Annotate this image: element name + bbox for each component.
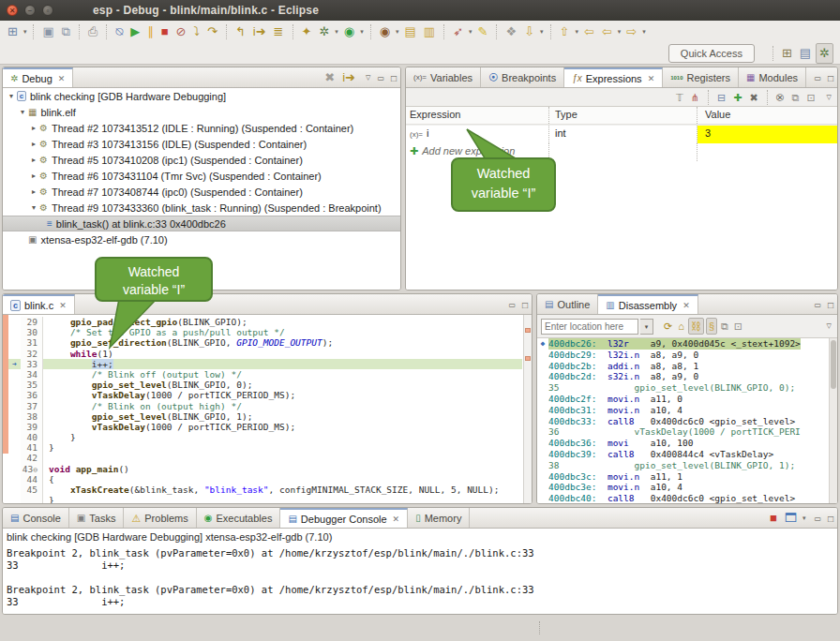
disasm-source-line[interactable]: 35 gpio_set_level(BLINK_GPIO, 0); (537, 382, 837, 394)
disassembly-listing[interactable]: 400dbc26: l32r a9, 0x400d045c <_stext+10… (537, 338, 837, 503)
maximize-view-icon[interactable]: □ (828, 300, 833, 310)
overview-marker[interactable] (525, 328, 531, 333)
cpp-perspective-icon[interactable]: ▤ (797, 44, 814, 63)
suspend-icon[interactable]: ∥ (144, 22, 157, 41)
view-menu-icon[interactable]: ▽ (827, 322, 832, 330)
debug-icon[interactable]: ✲ (316, 22, 332, 41)
disasm-line[interactable]: 400dbc3e: movi.n a10, 4 (537, 482, 837, 493)
tab-memory[interactable]: ▯Memory (408, 508, 470, 528)
resume-icon[interactable]: ▶ (128, 22, 142, 41)
breakpoint-gutter[interactable] (8, 401, 21, 411)
new-view-icon[interactable]: ⧉ (719, 319, 730, 334)
open-perspective-icon[interactable]: ⊞ (779, 44, 795, 63)
breakpoint-gutter[interactable] (8, 495, 21, 503)
column-expression[interactable]: Expression (406, 107, 549, 124)
quick-access-button[interactable]: Quick Access (668, 44, 755, 63)
go-home-icon[interactable]: ⌂ (676, 319, 686, 334)
forward-icon[interactable]: ⇨ (623, 22, 639, 41)
new-view-icon[interactable]: ⧉ (789, 90, 802, 105)
column-type[interactable]: Type (549, 107, 698, 124)
breakpoint-gutter[interactable] (8, 453, 21, 463)
last-edit-location-icon[interactable]: ⇦ (581, 22, 597, 41)
tree-row[interactable]: ▾cblink checking [GDB Hardware Debugging… (3, 88, 400, 104)
step-into-icon[interactable]: ⤵ (191, 22, 203, 41)
step-return-icon[interactable]: ↰ (232, 22, 248, 41)
instruction-stepping-toggle-icon[interactable]: i➜ (339, 68, 358, 87)
tab-registers[interactable]: 1010Registers (663, 67, 739, 87)
show-type-names-icon[interactable]: 𝕋 (673, 90, 686, 105)
breakpoint-gutter[interactable] (8, 337, 21, 348)
open-task-icon[interactable]: ▤ (402, 22, 419, 41)
code-line[interactable]: 43void app_main() (8, 464, 522, 474)
external-tools-icon[interactable]: ➶ (450, 22, 466, 41)
tab-disassembly[interactable]: ▥Disassembly✕ (598, 294, 698, 314)
display-selected-console-dropdown-icon[interactable]: ▾ (801, 514, 808, 522)
minimize-view-icon[interactable]: ▭ (508, 301, 516, 309)
code-line[interactable]: 35 gpio_set_level(BLINK_GPIO, 0); (8, 380, 522, 390)
tab-console[interactable]: ▤Console (3, 508, 69, 528)
breakpoint-gutter[interactable] (8, 474, 21, 484)
profile-dropdown-icon[interactable]: ▾ (394, 28, 401, 36)
code-line[interactable]: 31 gpio_set_direction(BLINK_GPIO, GPIO_M… (8, 337, 522, 348)
close-tab-icon[interactable]: ✕ (393, 514, 400, 524)
code-line[interactable]: 29 gpio_pad_select_gpio(BLINK_GPIO); (8, 317, 522, 327)
disasm-line[interactable]: 400dbc31: movi.n a10, 4 (537, 405, 837, 416)
code-line[interactable]: 42 (8, 453, 522, 463)
print-icon[interactable]: ⎙ (85, 22, 100, 41)
annotations-icon[interactable]: ❖ (502, 22, 519, 41)
tab-variables[interactable]: (x)=Variables (406, 67, 481, 87)
disasm-line[interactable]: 400dbc3c: movi.n a11, 1 (537, 471, 837, 483)
tab-outline[interactable]: ▤Outline (537, 294, 598, 314)
external-tools-dropdown-icon[interactable]: ▾ (467, 28, 474, 36)
show-logical-structure-icon[interactable]: ⋔ (688, 90, 702, 105)
disasm-line[interactable]: 400dbc33: call8 0x400dc6c0 <gpio_set_lev… (537, 416, 837, 427)
tree-row[interactable]: ▸⚙Thread #6 1073431104 (Tmr Svc) (Suspen… (3, 168, 400, 184)
overview-marker[interactable] (525, 356, 531, 361)
disasm-source-line[interactable]: 38 gpio_set_level(BLINK_GPIO, 1); (537, 460, 837, 471)
instruction-pointer-icon[interactable] (8, 359, 21, 369)
next-annotation-dropdown-icon[interactable]: ▾ (538, 28, 546, 36)
code-line[interactable]: 30 /* Set the GPIO as a push/pull output… (8, 327, 522, 337)
close-tab-icon[interactable]: ✕ (682, 301, 690, 310)
disassembly-scrollbar[interactable] (829, 338, 837, 503)
disasm-line[interactable]: 400dbc2b: addi.n a8, a8, 1 (537, 361, 837, 372)
disasm-line[interactable]: 400dbc36: movi a10, 100 (537, 438, 837, 449)
tab-executables[interactable]: ◉Executables (197, 508, 281, 528)
breakpoint-gutter[interactable] (8, 317, 21, 327)
tree-row[interactable]: ▸⚙Thread #5 1073410208 (ipc1) (Suspended… (3, 152, 400, 168)
show-source-icon[interactable]: § (706, 318, 717, 335)
tree-row[interactable]: ▣xtensa-esp32-elf-gdb (7.10) (3, 231, 400, 247)
disasm-line[interactable]: 400dbc40: call8 0x400dc6c0 <gpio_set_lev… (537, 493, 837, 503)
sync-with-stack-frame-icon[interactable]: ⛓ (688, 318, 704, 335)
debugger-console-output[interactable]: blink checking [GDB Hardware Debugging] … (3, 529, 837, 614)
previous-annotation-icon[interactable]: ⇧ (557, 22, 573, 41)
breakpoint-gutter[interactable] (8, 432, 21, 442)
minimize-view-icon[interactable]: ▭ (814, 514, 821, 523)
maximize-view-icon[interactable]: □ (391, 73, 397, 83)
current-debug-line[interactable]: 33 i++; (8, 359, 522, 369)
disasm-source-line[interactable]: 36 vTaskDelay(1000 / portTICK_PERI (537, 426, 837, 438)
disasm-line[interactable]: 400dbc39: call8 0x400844c4 <vTaskDelay> (537, 449, 837, 460)
disconnect-icon[interactable]: ⊘ (173, 22, 189, 41)
pin-view-icon[interactable]: ⊡ (803, 90, 818, 105)
skip-all-breakpoints-icon[interactable]: ⍉ (112, 22, 126, 41)
instruction-stepping-icon[interactable]: i➜ (250, 22, 269, 41)
new-wizard-icon[interactable]: ⊞ (5, 22, 21, 41)
remove-expression-icon[interactable]: ✖ (747, 90, 761, 105)
run-icon[interactable]: ◉ (341, 22, 357, 41)
next-annotation-icon[interactable]: ⇩ (521, 22, 537, 41)
tab-debug[interactable]: ✲ Debug ✕ (3, 67, 73, 87)
code-line[interactable]: 38 gpio_set_level(BLINK_GPIO, 1); (8, 411, 522, 422)
minimize-view-icon[interactable]: ▭ (814, 301, 821, 309)
profile-icon[interactable]: ◉ (377, 22, 393, 41)
remove-all-terminated-icon[interactable]: ✖ (322, 68, 338, 87)
tab-breakpoints[interactable]: ⦿Breakpoints (481, 67, 564, 87)
display-selected-console-icon[interactable]: 🗖 (782, 509, 800, 528)
breakpoint-gutter[interactable] (8, 484, 21, 495)
view-menu-icon[interactable]: ▽ (366, 74, 370, 82)
code-line[interactable]: 36 vTaskDelay(1000 / portTICK_PERIOD_MS)… (8, 390, 522, 400)
maximize-view-icon[interactable]: □ (828, 514, 833, 524)
terminate-icon[interactable]: ■ (158, 22, 172, 41)
minimize-button[interactable]: − (24, 5, 36, 16)
new-wizard-dropdown-icon[interactable]: ▾ (22, 28, 29, 36)
